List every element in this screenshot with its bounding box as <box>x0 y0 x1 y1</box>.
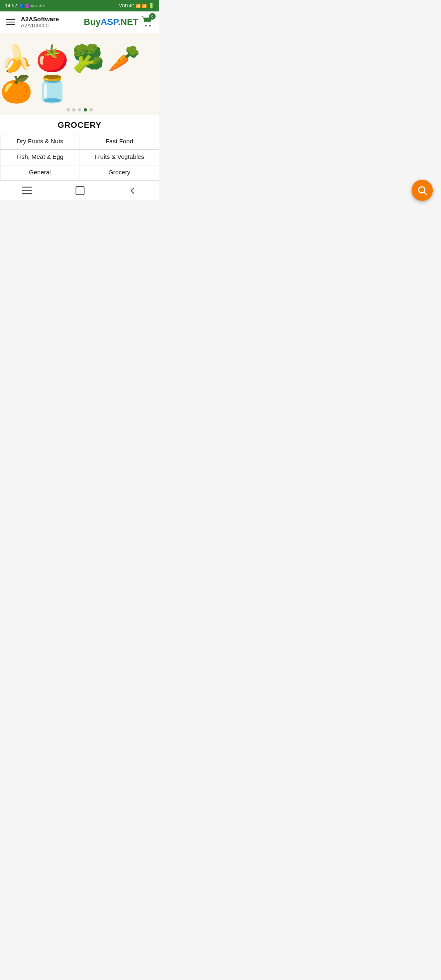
bottom-nav-back[interactable] <box>128 186 137 195</box>
signal-icons: VOD 4G 📶 📶 <box>119 4 147 8</box>
category-grid: Dry Fruits & Nuts Fast Food Fish, Meat &… <box>0 134 159 181</box>
hamburger-menu[interactable] <box>6 19 15 25</box>
dot-4[interactable] <box>84 108 87 111</box>
cart-badge: 0 <box>149 13 156 20</box>
category-label-fruits-veg: Fruits & Vegtables <box>92 153 147 160</box>
category-fruits-veg[interactable]: Fruits & Vegtables <box>80 150 159 165</box>
hamburger-line-2 <box>6 22 15 23</box>
notif-icons: 🔵 🟣 ⊕ ≡ ✕ • <box>19 4 45 8</box>
bottom-nav-menu[interactable] <box>22 187 32 195</box>
category-general[interactable]: General <box>0 165 80 180</box>
category-fast-food[interactable]: Fast Food <box>80 134 159 149</box>
category-label-dry-fruits: Dry Fruits & Nuts <box>14 138 66 145</box>
category-fish-meat[interactable]: Fish, Meat & Egg <box>0 150 80 165</box>
app-logo: BuyASP.NET 0 <box>84 16 153 29</box>
svg-rect-4 <box>22 187 32 188</box>
hamburger-line-1 <box>6 19 15 20</box>
user-id: A2A100000 <box>21 22 59 29</box>
category-label-fast-food: Fast Food <box>103 138 136 145</box>
dot-1[interactable] <box>67 108 70 111</box>
dot-5[interactable] <box>89 108 93 111</box>
category-grocery[interactable]: Grocery <box>80 165 159 180</box>
hero-banner: 🍌🍅🥦🥕🍊🫙 <box>0 33 159 115</box>
status-bar: 14:52 🔵 🟣 ⊕ ≡ ✕ • VOD 4G 📶 📶 🔋 <box>0 0 159 11</box>
cart-icon[interactable]: 0 <box>141 16 153 29</box>
user-name: A2ASoftware <box>21 16 59 22</box>
dot-3[interactable] <box>78 108 81 111</box>
user-info: A2ASoftware A2A100000 <box>21 16 59 29</box>
svg-point-1 <box>149 25 151 27</box>
status-right: VOD 4G 📶 📶 🔋 <box>119 3 154 9</box>
banner-dots <box>67 108 93 111</box>
logo-net: NET <box>120 17 138 27</box>
main-content: GROCERY Dry Fruits & Nuts Fast Food Fish… <box>0 115 159 181</box>
header-left: A2ASoftware A2A100000 <box>6 16 59 29</box>
category-label-grocery: Grocery <box>106 169 133 176</box>
banner-food-emoji: 🍌🍅🥦🥕🍊🫙 <box>0 43 159 105</box>
bottom-nav-home[interactable] <box>76 186 85 195</box>
status-time: 14:52 <box>5 3 17 9</box>
bottom-navigation <box>0 181 159 200</box>
svg-rect-6 <box>22 193 32 194</box>
battery-icon: 🔋 <box>148 3 154 9</box>
category-label-fish-meat: Fish, Meat & Egg <box>14 153 66 160</box>
category-label-general: General <box>27 169 53 176</box>
svg-point-0 <box>145 25 147 27</box>
svg-rect-5 <box>22 190 32 191</box>
svg-rect-7 <box>76 187 84 195</box>
logo-text: BuyASP.NET <box>84 17 138 27</box>
status-left: 14:52 🔵 🟣 ⊕ ≡ ✕ • <box>5 3 45 9</box>
app-header: A2ASoftware A2A100000 BuyASP.NET 0 <box>0 11 159 33</box>
section-title: GROCERY <box>0 115 159 134</box>
logo-asp: ASP <box>100 17 118 27</box>
category-dry-fruits[interactable]: Dry Fruits & Nuts <box>0 134 80 149</box>
logo-buy: Buy <box>84 17 101 27</box>
hamburger-line-3 <box>6 24 15 25</box>
dot-2[interactable] <box>72 108 76 111</box>
